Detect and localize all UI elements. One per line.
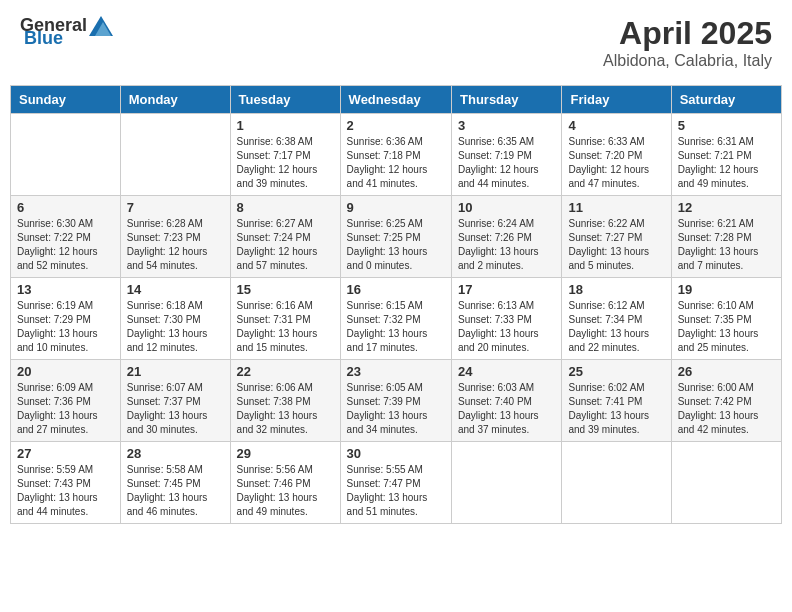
day-info: Sunrise: 6:10 AM Sunset: 7:35 PM Dayligh…	[678, 299, 775, 355]
day-cell: 2Sunrise: 6:36 AM Sunset: 7:18 PM Daylig…	[340, 114, 451, 196]
day-info: Sunrise: 6:13 AM Sunset: 7:33 PM Dayligh…	[458, 299, 555, 355]
day-number: 19	[678, 282, 775, 297]
day-cell: 14Sunrise: 6:18 AM Sunset: 7:30 PM Dayli…	[120, 278, 230, 360]
day-cell: 5Sunrise: 6:31 AM Sunset: 7:21 PM Daylig…	[671, 114, 781, 196]
day-number: 6	[17, 200, 114, 215]
day-info: Sunrise: 5:56 AM Sunset: 7:46 PM Dayligh…	[237, 463, 334, 519]
day-info: Sunrise: 6:02 AM Sunset: 7:41 PM Dayligh…	[568, 381, 664, 437]
day-info: Sunrise: 5:58 AM Sunset: 7:45 PM Dayligh…	[127, 463, 224, 519]
day-number: 25	[568, 364, 664, 379]
calendar-table: SundayMondayTuesdayWednesdayThursdayFrid…	[10, 85, 782, 524]
day-info: Sunrise: 6:27 AM Sunset: 7:24 PM Dayligh…	[237, 217, 334, 273]
day-info: Sunrise: 6:33 AM Sunset: 7:20 PM Dayligh…	[568, 135, 664, 191]
day-cell: 28Sunrise: 5:58 AM Sunset: 7:45 PM Dayli…	[120, 442, 230, 524]
day-cell: 7Sunrise: 6:28 AM Sunset: 7:23 PM Daylig…	[120, 196, 230, 278]
day-cell: 26Sunrise: 6:00 AM Sunset: 7:42 PM Dayli…	[671, 360, 781, 442]
day-cell: 27Sunrise: 5:59 AM Sunset: 7:43 PM Dayli…	[11, 442, 121, 524]
day-info: Sunrise: 6:38 AM Sunset: 7:17 PM Dayligh…	[237, 135, 334, 191]
day-info: Sunrise: 6:03 AM Sunset: 7:40 PM Dayligh…	[458, 381, 555, 437]
day-info: Sunrise: 6:24 AM Sunset: 7:26 PM Dayligh…	[458, 217, 555, 273]
week-row-3: 13Sunrise: 6:19 AM Sunset: 7:29 PM Dayli…	[11, 278, 782, 360]
day-cell: 17Sunrise: 6:13 AM Sunset: 7:33 PM Dayli…	[452, 278, 562, 360]
day-number: 13	[17, 282, 114, 297]
day-info: Sunrise: 6:18 AM Sunset: 7:30 PM Dayligh…	[127, 299, 224, 355]
day-number: 29	[237, 446, 334, 461]
day-number: 17	[458, 282, 555, 297]
day-cell: 10Sunrise: 6:24 AM Sunset: 7:26 PM Dayli…	[452, 196, 562, 278]
day-info: Sunrise: 6:30 AM Sunset: 7:22 PM Dayligh…	[17, 217, 114, 273]
day-number: 7	[127, 200, 224, 215]
weekday-header-monday: Monday	[120, 86, 230, 114]
day-number: 21	[127, 364, 224, 379]
day-cell: 4Sunrise: 6:33 AM Sunset: 7:20 PM Daylig…	[562, 114, 671, 196]
day-number: 27	[17, 446, 114, 461]
day-cell	[671, 442, 781, 524]
day-number: 12	[678, 200, 775, 215]
day-number: 20	[17, 364, 114, 379]
day-info: Sunrise: 5:59 AM Sunset: 7:43 PM Dayligh…	[17, 463, 114, 519]
day-cell: 29Sunrise: 5:56 AM Sunset: 7:46 PM Dayli…	[230, 442, 340, 524]
day-cell	[562, 442, 671, 524]
weekday-header-tuesday: Tuesday	[230, 86, 340, 114]
day-number: 2	[347, 118, 445, 133]
day-info: Sunrise: 6:28 AM Sunset: 7:23 PM Dayligh…	[127, 217, 224, 273]
day-number: 22	[237, 364, 334, 379]
day-info: Sunrise: 6:25 AM Sunset: 7:25 PM Dayligh…	[347, 217, 445, 273]
day-number: 30	[347, 446, 445, 461]
day-info: Sunrise: 6:36 AM Sunset: 7:18 PM Dayligh…	[347, 135, 445, 191]
day-cell: 15Sunrise: 6:16 AM Sunset: 7:31 PM Dayli…	[230, 278, 340, 360]
day-number: 10	[458, 200, 555, 215]
day-cell: 12Sunrise: 6:21 AM Sunset: 7:28 PM Dayli…	[671, 196, 781, 278]
page-header: General Blue April 2025 Albidona, Calabr…	[10, 10, 782, 75]
day-cell	[11, 114, 121, 196]
day-number: 15	[237, 282, 334, 297]
day-info: Sunrise: 6:12 AM Sunset: 7:34 PM Dayligh…	[568, 299, 664, 355]
day-info: Sunrise: 6:21 AM Sunset: 7:28 PM Dayligh…	[678, 217, 775, 273]
weekday-header-saturday: Saturday	[671, 86, 781, 114]
day-cell: 3Sunrise: 6:35 AM Sunset: 7:19 PM Daylig…	[452, 114, 562, 196]
week-row-2: 6Sunrise: 6:30 AM Sunset: 7:22 PM Daylig…	[11, 196, 782, 278]
day-number: 23	[347, 364, 445, 379]
day-cell: 30Sunrise: 5:55 AM Sunset: 7:47 PM Dayli…	[340, 442, 451, 524]
day-number: 24	[458, 364, 555, 379]
day-cell: 6Sunrise: 6:30 AM Sunset: 7:22 PM Daylig…	[11, 196, 121, 278]
logo-icon	[89, 16, 113, 36]
day-info: Sunrise: 6:00 AM Sunset: 7:42 PM Dayligh…	[678, 381, 775, 437]
day-cell: 25Sunrise: 6:02 AM Sunset: 7:41 PM Dayli…	[562, 360, 671, 442]
weekday-header-row: SundayMondayTuesdayWednesdayThursdayFrid…	[11, 86, 782, 114]
logo-blue-text: Blue	[24, 28, 63, 49]
day-cell: 18Sunrise: 6:12 AM Sunset: 7:34 PM Dayli…	[562, 278, 671, 360]
day-cell: 16Sunrise: 6:15 AM Sunset: 7:32 PM Dayli…	[340, 278, 451, 360]
day-cell: 11Sunrise: 6:22 AM Sunset: 7:27 PM Dayli…	[562, 196, 671, 278]
day-info: Sunrise: 6:22 AM Sunset: 7:27 PM Dayligh…	[568, 217, 664, 273]
day-info: Sunrise: 6:05 AM Sunset: 7:39 PM Dayligh…	[347, 381, 445, 437]
weekday-header-wednesday: Wednesday	[340, 86, 451, 114]
day-cell	[452, 442, 562, 524]
day-info: Sunrise: 6:35 AM Sunset: 7:19 PM Dayligh…	[458, 135, 555, 191]
day-number: 11	[568, 200, 664, 215]
day-number: 8	[237, 200, 334, 215]
day-cell: 13Sunrise: 6:19 AM Sunset: 7:29 PM Dayli…	[11, 278, 121, 360]
day-number: 4	[568, 118, 664, 133]
day-cell: 23Sunrise: 6:05 AM Sunset: 7:39 PM Dayli…	[340, 360, 451, 442]
day-info: Sunrise: 6:09 AM Sunset: 7:36 PM Dayligh…	[17, 381, 114, 437]
day-number: 3	[458, 118, 555, 133]
day-number: 28	[127, 446, 224, 461]
month-title: April 2025	[603, 15, 772, 52]
day-number: 5	[678, 118, 775, 133]
day-cell: 20Sunrise: 6:09 AM Sunset: 7:36 PM Dayli…	[11, 360, 121, 442]
day-cell: 22Sunrise: 6:06 AM Sunset: 7:38 PM Dayli…	[230, 360, 340, 442]
day-info: Sunrise: 6:15 AM Sunset: 7:32 PM Dayligh…	[347, 299, 445, 355]
day-info: Sunrise: 6:16 AM Sunset: 7:31 PM Dayligh…	[237, 299, 334, 355]
logo: General Blue	[20, 15, 115, 49]
day-cell: 21Sunrise: 6:07 AM Sunset: 7:37 PM Dayli…	[120, 360, 230, 442]
day-info: Sunrise: 5:55 AM Sunset: 7:47 PM Dayligh…	[347, 463, 445, 519]
title-block: April 2025 Albidona, Calabria, Italy	[603, 15, 772, 70]
day-cell: 9Sunrise: 6:25 AM Sunset: 7:25 PM Daylig…	[340, 196, 451, 278]
day-number: 18	[568, 282, 664, 297]
day-info: Sunrise: 6:19 AM Sunset: 7:29 PM Dayligh…	[17, 299, 114, 355]
day-cell: 24Sunrise: 6:03 AM Sunset: 7:40 PM Dayli…	[452, 360, 562, 442]
week-row-1: 1Sunrise: 6:38 AM Sunset: 7:17 PM Daylig…	[11, 114, 782, 196]
day-cell: 19Sunrise: 6:10 AM Sunset: 7:35 PM Dayli…	[671, 278, 781, 360]
day-cell	[120, 114, 230, 196]
